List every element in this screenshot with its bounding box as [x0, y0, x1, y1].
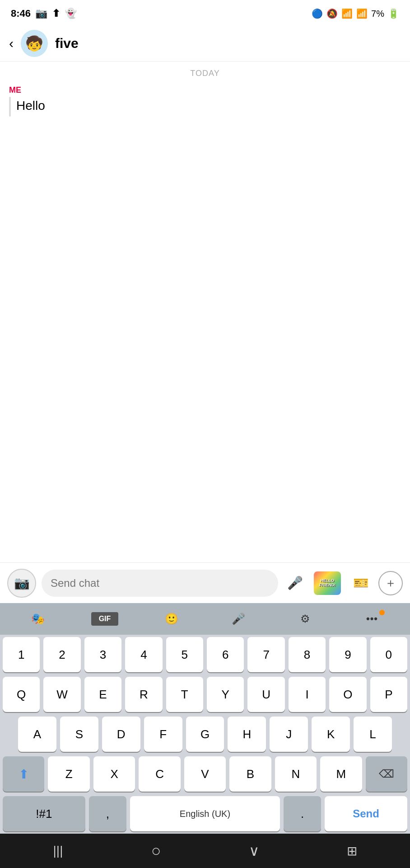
key-x[interactable]: X	[93, 756, 135, 792]
key-e[interactable]: E	[84, 677, 121, 712]
key-4[interactable]: 4	[125, 637, 162, 672]
key-2[interactable]: 2	[43, 637, 80, 672]
shift-key[interactable]: ⬆	[3, 756, 44, 792]
key-a[interactable]: A	[18, 717, 56, 752]
emoji-button[interactable]: 🙂	[158, 609, 185, 629]
key-g[interactable]: G	[186, 717, 224, 752]
gif-button[interactable]: GIF	[91, 612, 118, 626]
more-button[interactable]: •••	[359, 609, 386, 629]
battery-level: 7%	[371, 9, 384, 19]
input-bar: 📷 🎤 HELLOFRIEND! 🎫 ＋	[0, 562, 410, 603]
key-y[interactable]: Y	[207, 677, 244, 712]
nav-bar: ||| ○ ∨ ⊞	[0, 834, 410, 868]
key-v[interactable]: V	[184, 756, 226, 792]
back-button[interactable]: ‹	[9, 36, 14, 51]
avatar-emoji: 🧒	[25, 35, 43, 52]
chat-input[interactable]	[42, 570, 278, 597]
shift-icon: ⬆	[19, 767, 29, 782]
key-n[interactable]: N	[275, 756, 317, 792]
chat-area: TODAY ME Hello	[0, 61, 410, 562]
key-p[interactable]: P	[370, 677, 407, 712]
key-c[interactable]: C	[139, 756, 180, 792]
key-k[interactable]: K	[312, 717, 350, 752]
key-q[interactable]: Q	[3, 677, 40, 712]
status-right: 🔵 🔕 📶 📶 7% 🔋	[312, 8, 399, 19]
key-s[interactable]: S	[60, 717, 98, 752]
key-o[interactable]: O	[329, 677, 366, 712]
zxcv-row: ⬆ Z X C V B N M ⌫	[0, 754, 410, 794]
mic-icon: 🎤	[287, 576, 303, 590]
sticker-button[interactable]: HELLOFRIEND!	[312, 570, 343, 597]
key-r[interactable]: R	[125, 677, 162, 712]
camera-button[interactable]: 📷	[7, 569, 36, 598]
upload-icon: ⬆	[52, 8, 60, 19]
plus-icon: ＋	[385, 575, 396, 591]
emoji-sticker-button[interactable]: 🎭	[24, 609, 51, 629]
card-button[interactable]: 🎫	[349, 571, 373, 595]
more-icon: •••	[366, 613, 378, 625]
message-bubble: Hello	[9, 97, 401, 117]
space-key[interactable]: English (UK)	[130, 796, 280, 831]
period-key[interactable]: .	[284, 796, 321, 831]
key-l[interactable]: L	[354, 717, 392, 752]
date-divider: TODAY	[9, 69, 401, 78]
nav-back[interactable]: ∨	[236, 840, 272, 862]
message-text: Hello	[16, 97, 45, 114]
space-label: English (UK)	[180, 809, 230, 819]
key-d[interactable]: D	[102, 717, 140, 752]
send-key[interactable]: Send	[325, 796, 407, 831]
key-f[interactable]: F	[144, 717, 182, 752]
key-t[interactable]: T	[166, 677, 203, 712]
nav-recent-apps[interactable]: |||	[40, 840, 76, 862]
key-i[interactable]: I	[289, 677, 326, 712]
signal-icon: 📶	[356, 8, 368, 19]
comma-label: ,	[106, 807, 109, 821]
symbols-key[interactable]: !#1	[3, 796, 85, 831]
mic-button[interactable]: 🎤	[284, 572, 306, 594]
key-h[interactable]: H	[228, 717, 266, 752]
emoji-icon: 🙂	[165, 613, 178, 625]
nav-home[interactable]: ○	[138, 840, 174, 862]
qwerty-row: Q W E R T Y U I O P	[0, 675, 410, 714]
key-3[interactable]: 3	[84, 637, 121, 672]
key-0[interactable]: 0	[370, 637, 407, 672]
keyboard-mic-icon: 🎤	[232, 613, 245, 625]
key-8[interactable]: 8	[289, 637, 326, 672]
key-7[interactable]: 7	[247, 637, 284, 672]
camera-icon: 📷	[14, 576, 30, 590]
key-b[interactable]: B	[229, 756, 271, 792]
key-z[interactable]: Z	[48, 756, 89, 792]
key-9[interactable]: 9	[329, 637, 366, 672]
keyboard: 🎭 GIF 🙂 🎤 ⚙ ••• 1 2 3 4 5 6 7 8 9 0 Q	[0, 603, 410, 834]
key-u[interactable]: U	[247, 677, 284, 712]
time: 8:46	[11, 8, 31, 19]
contact-name: five	[55, 36, 79, 51]
keyboard-mic-button[interactable]: 🎤	[225, 609, 252, 629]
key-j[interactable]: J	[270, 717, 308, 752]
backspace-key[interactable]: ⌫	[366, 756, 407, 792]
settings-button[interactable]: ⚙	[292, 609, 319, 629]
message-group: ME Hello	[9, 85, 401, 117]
battery-icon: 🔋	[388, 8, 399, 19]
status-bar: 8:46 📷 ⬆ 👻 🔵 🔕 📶 📶 7% 🔋	[0, 0, 410, 25]
key-5[interactable]: 5	[166, 637, 203, 672]
send-label: Send	[353, 807, 379, 820]
recent-apps-icon: |||	[53, 844, 63, 858]
key-m[interactable]: M	[320, 756, 362, 792]
wifi-icon: 📶	[341, 8, 353, 19]
bottom-row: !#1 , English (UK) . Send	[0, 794, 410, 834]
back-icon: ‹	[9, 36, 14, 51]
asdf-row: A S D F G H J K L	[0, 714, 410, 754]
plus-button[interactable]: ＋	[378, 571, 403, 595]
nav-keyboard[interactable]: ⊞	[334, 840, 370, 862]
settings-icon: ⚙	[300, 613, 310, 625]
home-icon: ○	[151, 841, 161, 860]
comma-key[interactable]: ,	[89, 796, 126, 831]
key-6[interactable]: 6	[207, 637, 244, 672]
sender-label: ME	[9, 85, 401, 95]
key-1[interactable]: 1	[3, 637, 40, 672]
key-w[interactable]: W	[43, 677, 80, 712]
bluetooth-icon: 🔵	[312, 8, 323, 19]
chat-header: ‹ 🧒 five	[0, 25, 410, 61]
number-row: 1 2 3 4 5 6 7 8 9 0	[0, 635, 410, 675]
